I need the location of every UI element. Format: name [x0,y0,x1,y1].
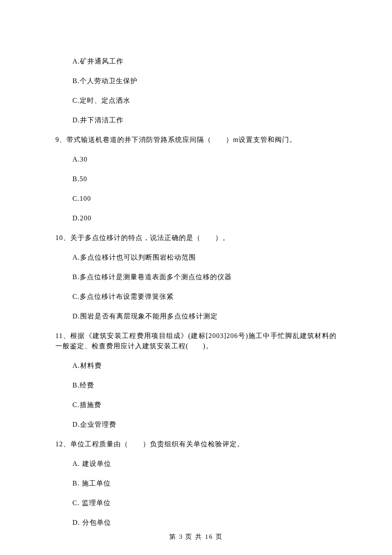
q8-option-b: B.个人劳动卫生保护 [72,76,337,86]
q9-options: A.30 B.50 C.100 D.200 [55,154,337,223]
document-page: A.矿井通风工作 B.个人劳动卫生保护 C.定时、定点洒水 D.井下清洁工作 9… [0,0,392,555]
q8-options: A.矿井通风工作 B.个人劳动卫生保护 C.定时、定点洒水 D.井下清洁工作 [55,56,337,125]
q11-option-c: C.措施费 [72,400,337,410]
q9-option-c: C.100 [72,194,337,204]
q12-stem: 12、单位工程质量由（ ）负责组织有关单位检验评定。 [55,439,337,449]
q12-option-a: A. 建设单位 [72,459,337,469]
q12-option-d: D. 分包单位 [72,517,337,528]
q8-option-c: C.定时、定点洒水 [72,95,337,106]
q11-option-d: D.企业管理费 [72,419,337,430]
q11-options: A.材料费 B.经费 C.措施费 D.企业管理费 [55,361,337,430]
q12-option-b: B. 施工单位 [72,478,337,489]
q10-stem: 10、关于多点位移计的特点，说法正确的是（ ）。 [55,233,337,243]
q12-option-c: C. 监理单位 [72,498,337,508]
q9-option-d: D.200 [72,213,337,223]
q10-option-c: C.多点位移计布设需要弹簧张紧 [72,292,337,302]
q10-options: A.多点位移计也可以判断围岩松动范围 B.多点位移计是测量巷道表面多个测点位移的… [55,252,337,321]
q8-option-a: A.矿井通风工作 [72,56,337,66]
q9-stem: 9、带式输送机巷道的井下消防管路系统应间隔（ ）m设置支管和阀门。 [55,135,337,145]
q8-option-d: D.井下清洁工作 [72,115,337,125]
q12-options: A. 建设单位 B. 施工单位 C. 监理单位 D. 分包单位 [55,459,337,528]
q11-option-b: B.经费 [72,380,337,390]
page-footer: 第 3 页 共 16 页 [0,532,392,542]
q10-option-a: A.多点位移计也可以判断围岩松动范围 [72,252,337,263]
q11-stem: 11、根据《建筑安装工程费用项目组成》(建标[2003]206号)施工中手忙脚乱… [55,331,337,351]
q10-option-d: D.围岩是否有离层现象不能用多点位移计测定 [72,311,337,321]
q11-option-a: A.材料费 [72,361,337,371]
q10-option-b: B.多点位移计是测量巷道表面多个测点位移的仪器 [72,272,337,282]
q9-option-a: A.30 [72,154,337,165]
q9-option-b: B.50 [72,174,337,184]
